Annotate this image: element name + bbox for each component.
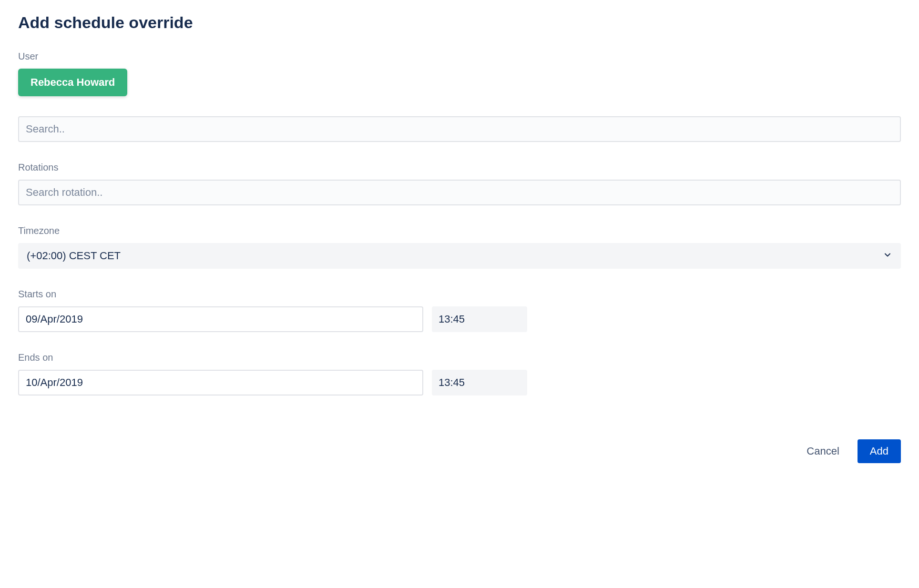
user-section: User Rebecca Howard: [18, 51, 901, 96]
starts-label: Starts on: [18, 289, 901, 300]
timezone-label: Timezone: [18, 225, 901, 236]
user-search-section: [18, 116, 901, 142]
timezone-select[interactable]: (+02:00) CEST CET: [18, 243, 901, 269]
dialog-footer: Cancel Add: [18, 439, 901, 463]
timezone-value: (+02:00) CEST CET: [27, 250, 121, 262]
starts-time-input[interactable]: [432, 306, 527, 332]
user-label: User: [18, 51, 901, 62]
user-search-input[interactable]: [18, 116, 901, 142]
rotations-label: Rotations: [18, 162, 901, 173]
ends-date-input[interactable]: [18, 370, 423, 395]
ends-section: Ends on: [18, 352, 901, 395]
user-chip[interactable]: Rebecca Howard: [18, 69, 127, 96]
ends-time-input[interactable]: [432, 370, 527, 395]
rotations-section: Rotations: [18, 162, 901, 205]
cancel-button[interactable]: Cancel: [802, 439, 844, 463]
ends-label: Ends on: [18, 352, 901, 363]
starts-section: Starts on: [18, 289, 901, 332]
add-button[interactable]: Add: [858, 439, 901, 463]
timezone-section: Timezone (+02:00) CEST CET: [18, 225, 901, 269]
starts-date-input[interactable]: [18, 306, 423, 332]
rotation-search-input[interactable]: [18, 180, 901, 205]
chevron-down-icon: [883, 250, 892, 262]
page-title: Add schedule override: [18, 13, 901, 32]
